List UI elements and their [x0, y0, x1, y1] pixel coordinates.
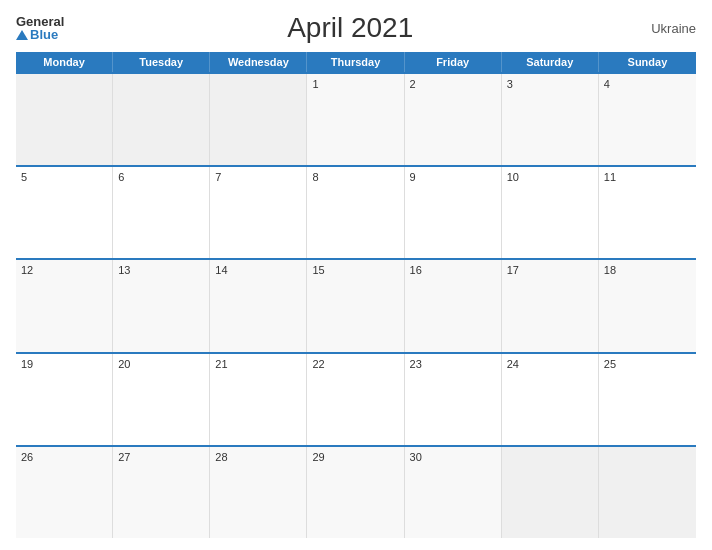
- cell-w4-sun: 25: [599, 354, 696, 445]
- logo-triangle-icon: [16, 30, 28, 40]
- cell-w3-wed: 14: [210, 260, 307, 351]
- col-tuesday: Tuesday: [113, 52, 210, 72]
- cell-w5-sun: [599, 447, 696, 538]
- cell-w2-wed: 7: [210, 167, 307, 258]
- cell-w5-sat: [502, 447, 599, 538]
- week-4: 19 20 21 22 23 24 25: [16, 352, 696, 445]
- cell-w4-thu: 22: [307, 354, 404, 445]
- col-saturday: Saturday: [502, 52, 599, 72]
- cell-w5-tue: 27: [113, 447, 210, 538]
- calendar-page: General Blue April 2021 Ukraine Monday T…: [0, 0, 712, 550]
- cell-w3-fri: 16: [405, 260, 502, 351]
- month-title: April 2021: [64, 12, 636, 44]
- col-sunday: Sunday: [599, 52, 696, 72]
- week-5: 26 27 28 29 30: [16, 445, 696, 538]
- cell-w1-mon: [16, 74, 113, 165]
- week-3: 12 13 14 15 16 17 18: [16, 258, 696, 351]
- cell-w3-tue: 13: [113, 260, 210, 351]
- cell-w1-thu: 1: [307, 74, 404, 165]
- cell-w1-tue: [113, 74, 210, 165]
- cell-w4-fri: 23: [405, 354, 502, 445]
- logo: General Blue: [16, 15, 64, 41]
- col-friday: Friday: [405, 52, 502, 72]
- cell-w3-mon: 12: [16, 260, 113, 351]
- calendar-header: Monday Tuesday Wednesday Thursday Friday…: [16, 52, 696, 72]
- col-thursday: Thursday: [307, 52, 404, 72]
- country-label: Ukraine: [636, 21, 696, 36]
- cell-w2-mon: 5: [16, 167, 113, 258]
- cell-w4-tue: 20: [113, 354, 210, 445]
- cell-w4-sat: 24: [502, 354, 599, 445]
- calendar-grid: Monday Tuesday Wednesday Thursday Friday…: [16, 52, 696, 538]
- col-monday: Monday: [16, 52, 113, 72]
- cell-w2-sun: 11: [599, 167, 696, 258]
- cell-w5-fri: 30: [405, 447, 502, 538]
- logo-blue-text: Blue: [16, 28, 58, 41]
- cell-w3-sat: 17: [502, 260, 599, 351]
- cell-w2-sat: 10: [502, 167, 599, 258]
- week-2: 5 6 7 8 9 10 11: [16, 165, 696, 258]
- cell-w2-tue: 6: [113, 167, 210, 258]
- cell-w1-wed: [210, 74, 307, 165]
- cell-w2-fri: 9: [405, 167, 502, 258]
- week-1: 1 2 3 4: [16, 72, 696, 165]
- header: General Blue April 2021 Ukraine: [16, 12, 696, 44]
- calendar-body: 1 2 3 4 5 6 7 8 9 10 11 12 13 14 15 16: [16, 72, 696, 538]
- cell-w5-thu: 29: [307, 447, 404, 538]
- col-wednesday: Wednesday: [210, 52, 307, 72]
- cell-w5-wed: 28: [210, 447, 307, 538]
- cell-w2-thu: 8: [307, 167, 404, 258]
- cell-w1-fri: 2: [405, 74, 502, 165]
- cell-w3-sun: 18: [599, 260, 696, 351]
- cell-w4-wed: 21: [210, 354, 307, 445]
- cell-w5-mon: 26: [16, 447, 113, 538]
- cell-w1-sun: 4: [599, 74, 696, 165]
- cell-w1-sat: 3: [502, 74, 599, 165]
- cell-w4-mon: 19: [16, 354, 113, 445]
- cell-w3-thu: 15: [307, 260, 404, 351]
